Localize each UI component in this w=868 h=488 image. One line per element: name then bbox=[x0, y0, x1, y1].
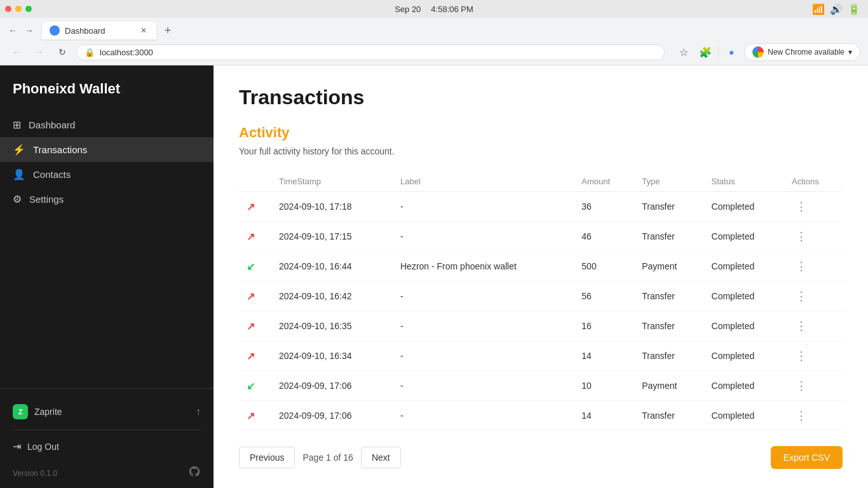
row-timestamp: 2024-09-10, 16:42 bbox=[271, 281, 393, 311]
next-button[interactable]: Next bbox=[361, 447, 401, 468]
col-header-actions: Actions bbox=[784, 172, 843, 192]
url-bar[interactable]: 🔒 localhost:3000 bbox=[76, 44, 665, 60]
os-bar: Sep 20 4:58:06 PM 📶 🔊 🔋 bbox=[0, 0, 868, 18]
row-timestamp: 2024-09-10, 16:44 bbox=[271, 252, 393, 281]
back-button[interactable]: ← bbox=[8, 43, 25, 61]
volume-icon: 🔊 bbox=[830, 3, 843, 15]
row-amount: 500 bbox=[574, 252, 634, 281]
row-type: Transfer bbox=[634, 222, 703, 252]
logout-label: Log Out bbox=[27, 442, 59, 452]
row-direction-icon: ↗ bbox=[239, 401, 271, 431]
tab-favicon bbox=[50, 25, 60, 36]
row-status: Completed bbox=[704, 281, 784, 311]
row-label: - bbox=[393, 341, 574, 371]
pagination: Previous Page 1 of 16 Next Export CSV bbox=[239, 446, 843, 469]
sidebar-item-contacts[interactable]: 👤 Contacts bbox=[0, 162, 214, 187]
os-status-icons: 📶 🔊 🔋 bbox=[812, 3, 860, 15]
row-amount: 14 bbox=[574, 341, 634, 371]
forward-button[interactable]: → bbox=[31, 43, 48, 61]
url-text: localhost:3000 bbox=[100, 48, 153, 57]
active-tab[interactable]: Dashboard ✕ bbox=[42, 22, 156, 39]
row-timestamp: 2024-09-10, 17:18 bbox=[271, 192, 393, 222]
new-chrome-button[interactable]: New Chrome available ▾ bbox=[744, 43, 860, 61]
new-tab-button[interactable]: + bbox=[159, 22, 177, 39]
row-direction-icon: ↗ bbox=[239, 192, 271, 222]
os-clock: 4:58:06 PM bbox=[431, 4, 473, 14]
table-row: ↗ 2024-09-10, 16:42 - 56 Transfer Comple… bbox=[239, 281, 843, 311]
row-direction-icon: ↗ bbox=[239, 281, 271, 311]
sidebar-item-settings-label: Settings bbox=[29, 194, 64, 205]
pagination-info: Page 1 of 16 bbox=[302, 452, 353, 463]
wifi-icon: 📶 bbox=[812, 3, 825, 15]
version-text: Version 0.1.0 bbox=[13, 469, 57, 478]
settings-icon: ⚙ bbox=[13, 193, 22, 205]
row-more-button[interactable]: ⋮ bbox=[792, 348, 811, 364]
row-status: Completed bbox=[704, 371, 784, 401]
extensions-button[interactable]: 🧩 bbox=[696, 43, 714, 61]
tab-nav-buttons[interactable]: ← → bbox=[5, 23, 37, 38]
sidebar-item-transactions[interactable]: ⚡ Transactions bbox=[0, 137, 214, 162]
row-more-button[interactable]: ⋮ bbox=[792, 407, 811, 424]
reload-button[interactable]: ↻ bbox=[53, 43, 71, 61]
row-type: Transfer bbox=[634, 281, 703, 311]
table-row: ↗ 2024-09-10, 16:35 - 16 Transfer Comple… bbox=[239, 311, 843, 341]
chrome-icon bbox=[752, 46, 764, 58]
previous-button[interactable]: Previous bbox=[239, 447, 295, 468]
row-type: Transfer bbox=[634, 311, 703, 341]
new-chrome-label: New Chrome available bbox=[768, 48, 844, 57]
section-title: Activity bbox=[239, 125, 843, 141]
col-header-type: Type bbox=[634, 172, 703, 192]
new-chrome-chevron: ▾ bbox=[848, 48, 852, 57]
row-amount: 46 bbox=[574, 222, 634, 252]
row-type: Transfer bbox=[634, 192, 703, 222]
tab-bar: ← → Dashboard ✕ + bbox=[0, 18, 868, 39]
github-icon[interactable] bbox=[188, 465, 201, 481]
table-row: ↗ 2024-09-10, 17:18 - 36 Transfer Comple… bbox=[239, 192, 843, 222]
os-close-dot bbox=[5, 6, 11, 12]
row-label: - bbox=[393, 222, 574, 252]
export-csv-button[interactable]: Export CSV bbox=[771, 446, 843, 469]
row-status: Completed bbox=[704, 311, 784, 341]
os-time: Sep 20 4:58:06 PM bbox=[395, 4, 473, 14]
sidebar-item-zaprite[interactable]: Z Zaprite ↑ bbox=[13, 399, 201, 424]
profile-button[interactable]: ● bbox=[722, 43, 740, 61]
row-actions: ⋮ bbox=[784, 192, 843, 222]
row-direction-icon: ↗ bbox=[239, 341, 271, 371]
sidebar-item-settings[interactable]: ⚙ Settings bbox=[0, 187, 214, 212]
row-actions: ⋮ bbox=[784, 341, 843, 371]
bookmark-button[interactable]: ☆ bbox=[675, 43, 693, 61]
row-more-button[interactable]: ⋮ bbox=[792, 288, 811, 304]
sidebar: Phoneixd Wallet ⊞ Dashboard ⚡ Transactio… bbox=[0, 65, 214, 488]
row-more-button[interactable]: ⋮ bbox=[792, 318, 811, 334]
row-label: - bbox=[393, 311, 574, 341]
tab-close-button[interactable]: ✕ bbox=[139, 25, 149, 36]
section-subtitle: Your full activity history for this acco… bbox=[239, 146, 843, 156]
table-row: ↗ 2024-09-10, 17:15 - 46 Transfer Comple… bbox=[239, 222, 843, 252]
sidebar-item-dashboard-label: Dashboard bbox=[29, 119, 75, 130]
row-direction-icon: ↙ bbox=[239, 371, 271, 401]
row-more-button[interactable]: ⋮ bbox=[792, 258, 811, 274]
zaprite-icon: Z bbox=[13, 404, 28, 419]
os-date: Sep 20 bbox=[395, 4, 421, 14]
outgoing-arrow-icon: ↗ bbox=[247, 410, 255, 421]
row-type: Payment bbox=[634, 371, 703, 401]
outgoing-arrow-icon: ↗ bbox=[247, 291, 255, 302]
tab-forward-button[interactable]: → bbox=[22, 23, 37, 38]
row-more-button[interactable]: ⋮ bbox=[792, 228, 811, 245]
row-amount: 56 bbox=[574, 281, 634, 311]
action-separator bbox=[718, 46, 719, 58]
sidebar-item-dashboard[interactable]: ⊞ Dashboard bbox=[0, 112, 214, 137]
zaprite-icon-letter: Z bbox=[18, 408, 23, 416]
outgoing-arrow-icon: ↗ bbox=[247, 231, 255, 242]
sidebar-item-logout[interactable]: ⇥ Log Out bbox=[13, 435, 201, 458]
row-more-button[interactable]: ⋮ bbox=[792, 377, 811, 394]
row-label: - bbox=[393, 371, 574, 401]
page-title: Transactions bbox=[239, 86, 843, 109]
sidebar-item-transactions-label: Transactions bbox=[33, 144, 87, 155]
os-window-controls bbox=[5, 6, 32, 12]
tab-back-button[interactable]: ← bbox=[5, 23, 20, 38]
sidebar-divider bbox=[13, 430, 201, 430]
row-more-button[interactable]: ⋮ bbox=[792, 198, 811, 215]
app-title: Phoneixd Wallet bbox=[13, 81, 201, 97]
os-maximize-dot bbox=[25, 6, 32, 12]
